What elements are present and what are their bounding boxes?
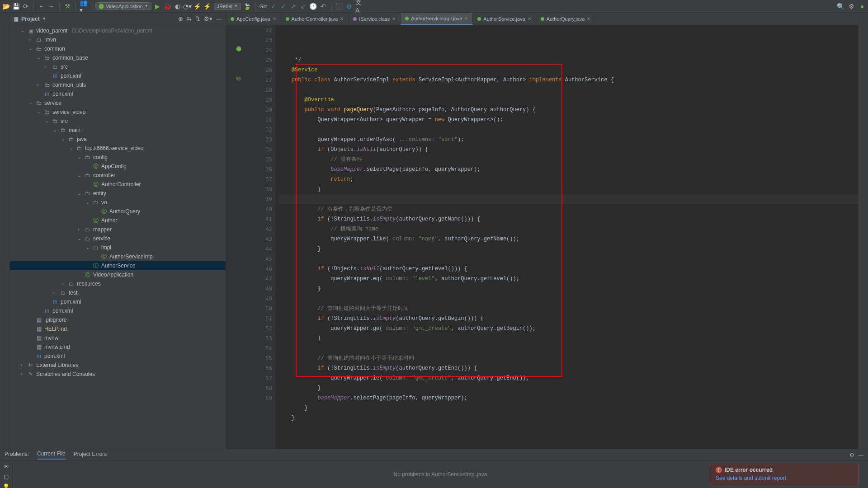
tree-item[interactable]: ⌄🗀service [10,234,226,243]
tree-item[interactable]: ⌄▣video_parentD:\Develop\IdeaPro\video_p… [10,26,226,35]
problems-tab-current[interactable]: Current File [37,450,66,460]
sync-icon[interactable]: ⟳ [22,3,29,10]
debug-icon[interactable]: 🐞 [164,3,171,10]
tree-item[interactable]: ⌄🗁common_base [10,53,226,62]
editor-tab[interactable]: AppConfig.java✕ [226,13,281,25]
close-icon[interactable]: ✕ [273,16,276,21]
tree-item[interactable]: mpom.xml [10,297,226,306]
translate-icon[interactable]: 文A [355,3,363,10]
tree-item[interactable]: ⒸAuthor [10,216,226,225]
tree-item[interactable]: mpom.xml [10,71,226,80]
git-push-icon[interactable]: ↗ [290,3,297,10]
profile-icon[interactable]: ◔▾ [184,3,191,10]
tree-item[interactable]: ⌄🗀main [10,126,226,135]
bulb-icon[interactable]: 💡 [3,483,9,488]
project-tree[interactable]: ⌄▣video_parentD:\Develop\IdeaPro\video_p… [10,25,226,488]
tree-item[interactable]: ⌄🗀controller [10,171,226,180]
editor-tab[interactable]: AuthorController.java✕ [281,13,349,25]
tree-item[interactable]: ›🗀mapper [10,225,226,234]
git-commit-icon[interactable]: ✓ [280,3,287,10]
tree-item[interactable]: ▤mvnw [10,333,226,343]
search-icon[interactable]: 🔍 [837,3,844,10]
tree-item[interactable]: ›🗀resources [10,279,226,288]
tree-item[interactable]: ⌄🗁service_video [10,108,226,117]
line-gutter: 2223242526272829303132333435363738394041… [251,25,276,488]
avatar-icon[interactable]: ● [859,3,866,10]
problems-tab-problems[interactable]: Problems: [5,451,29,459]
editor-tab[interactable]: IService.class✕ [349,13,401,25]
tree-item[interactable]: ›✎Scratches and Consoles [10,370,226,379]
minimize-icon[interactable]: — [216,15,222,22]
editor-tab[interactable]: AuthorService.java✕ [473,13,536,25]
tree-item[interactable]: ▤mvnw.cmd [10,343,226,352]
project-panel-header: ▦ Project ▼ ⊕ ⇆ ⇅ ⚙▾ — [10,13,226,25]
tree-item[interactable]: mpom.xml [10,89,226,99]
editor-tab[interactable]: AuthorQuery.java✕ [536,13,596,25]
filter-icon[interactable]: ▢ [4,474,9,480]
tree-item[interactable]: ⌄🗀java [10,135,226,144]
tree-item[interactable]: ⒸAuthorServiceImpl [10,252,226,261]
tree-item[interactable]: ⌄🗀src [10,117,226,126]
forward-icon[interactable]: → [48,3,55,10]
close-icon[interactable]: ✕ [392,16,396,21]
group-icon[interactable]: 👥▾ [80,3,87,10]
tree-item[interactable]: ⒸVideoApplication [10,270,226,279]
tree-item[interactable]: ⌄🗀impl [10,243,226,252]
tree-item[interactable]: ›🗀test [10,288,226,297]
select-open-icon[interactable]: ⊕ [178,15,183,22]
problems-tab-project[interactable]: Project Errors [74,451,107,459]
tree-item[interactable]: ›🗀.mvn [10,35,226,44]
git-history-icon[interactable]: 🕐 [310,3,317,10]
error-link[interactable]: See details and submit report [716,475,786,481]
problems-minimize-icon[interactable]: — [858,452,863,458]
tree-item[interactable]: ⌄🗀config [10,153,226,162]
run-config-combo[interactable]: ⬤ VideoApplication ▼ [95,2,151,10]
tree-item[interactable]: ⌄🗁service [10,99,226,108]
editor-tab[interactable]: AuthorServiceImpl.java✕ [401,13,473,25]
git-pull-icon[interactable]: ↙ [300,3,307,10]
coverage-icon[interactable]: ◐ [174,3,181,10]
open-icon[interactable]: 📂 [2,3,9,10]
no-entry-icon[interactable]: ⊘ [345,3,353,10]
save-icon[interactable]: 💾 [12,3,19,10]
tree-item[interactable]: ⌄🗀entity [10,189,226,198]
tree-item[interactable]: ⌄🗁common [10,44,226,53]
tree-item[interactable]: mpom.xml [10,306,226,315]
jrebel-icon[interactable]: 🍃 [244,3,251,10]
tree-item[interactable]: ⒸAuthorController [10,180,226,189]
problems-panel: Problems: Current File Project Errors ⚙ … [0,449,868,488]
tree-item[interactable]: ⒾAuthorService [10,261,226,270]
dropdown-icon[interactable]: ▼ [42,17,46,21]
git-rollback-icon[interactable]: ↶ [320,3,327,10]
code-editor[interactable]: */ @Service public class AuthorServiceIm… [276,25,858,488]
tree-item[interactable]: ⌄🗀top.it6666.service_video [10,144,226,153]
tree-item[interactable]: ⒸAppConfig [10,162,226,171]
tree-item[interactable]: mpom.xml [10,352,226,361]
attach-icon[interactable]: ⚡ [204,3,211,10]
error-balloon[interactable]: ! IDE error occurred See details and sub… [710,463,859,485]
stop-icon[interactable]: ⬛ [335,3,343,10]
tree-item[interactable]: ›⫸External Libraries [10,361,226,370]
close-icon[interactable]: ✕ [464,16,468,21]
jrebel-combo[interactable]: JRebel ▼ [214,3,241,10]
close-icon[interactable]: ✕ [340,16,344,21]
git-update-icon[interactable]: ✓ [270,3,277,10]
settings-icon[interactable]: ⚙ [848,3,855,10]
tree-item[interactable]: ▤.gitignore [10,315,226,324]
collapse-icon[interactable]: ⇅ [195,15,200,22]
close-icon[interactable]: ✕ [587,16,590,21]
expand-icon[interactable]: ⇆ [187,15,192,22]
tree-item[interactable]: ▤HELP.md [10,324,226,333]
tree-item[interactable]: ⒸAuthorQuery [10,207,226,216]
problems-gear-icon[interactable]: ⚙ [849,452,854,458]
close-icon[interactable]: ✕ [528,16,531,21]
tree-item[interactable]: ⌄🗀vo [10,198,226,207]
tree-item[interactable]: ›🗀src [10,62,226,71]
hotswap-icon[interactable]: ⚡ [194,3,201,10]
tree-item[interactable]: ›🗁common_utils [10,80,226,89]
back-icon[interactable]: ← [38,3,45,10]
inspect-icon[interactable]: 👁 [4,464,9,470]
run-icon[interactable]: ▶ [154,3,161,10]
build-icon[interactable]: ⚒ [64,3,71,10]
gear-icon[interactable]: ⚙▾ [204,15,212,22]
